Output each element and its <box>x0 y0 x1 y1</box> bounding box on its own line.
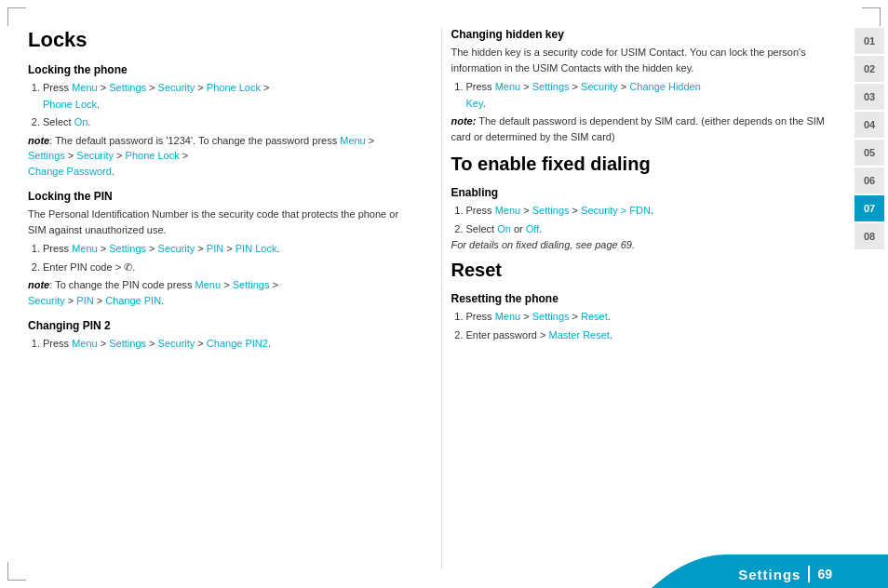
divider <box>808 566 810 582</box>
menu-link[interactable]: Menu <box>495 311 521 322</box>
fixed-dialing-title: To enable fixed dialing <box>451 154 837 175</box>
changing-hidden-key-title: Changing hidden key <box>451 28 837 41</box>
step-item: Press Menu > Settings > Security > Phone… <box>43 80 413 113</box>
corner-tr <box>862 7 881 26</box>
on-link[interactable]: On <box>497 223 511 234</box>
chapter-06[interactable]: 06 <box>854 167 884 194</box>
locking-pin-steps: Press Menu > Settings > Security > PIN >… <box>43 241 413 275</box>
chapter-05[interactable]: 05 <box>854 140 884 166</box>
step-item: Select On. <box>43 114 413 131</box>
changing-hidden-key-desc: The hidden key is a security code for US… <box>451 45 837 75</box>
page-wrapper: Locks Locking the phone Press Menu > Set… <box>0 0 888 588</box>
menu-link[interactable]: Menu <box>495 205 521 216</box>
off-link[interactable]: Off <box>526 223 539 234</box>
bottom-content: Settings 69 <box>738 566 832 582</box>
settings-link[interactable]: Settings <box>532 311 570 322</box>
content-area: Locks Locking the phone Press Menu > Set… <box>28 28 836 569</box>
right-column: Changing hidden key The hidden key is a … <box>441 28 837 569</box>
phone-lock-link[interactable]: Phone Lock <box>207 82 261 93</box>
changing-pin2-title: Changing PIN 2 <box>28 319 413 332</box>
security-link[interactable]: Security <box>76 150 114 161</box>
settings-link[interactable]: Settings <box>109 82 146 93</box>
settings-link[interactable]: Settings <box>28 150 65 161</box>
phone-lock-link2[interactable]: Phone Lock <box>43 99 97 110</box>
settings-link[interactable]: Settings <box>532 205 570 216</box>
settings-link[interactable]: Settings <box>532 81 570 92</box>
locking-pin-desc: The Personal Identification Number is th… <box>28 207 413 237</box>
reset-link[interactable]: Reset <box>581 311 608 322</box>
locking-phone-title: Locking the phone <box>28 63 413 76</box>
step-item: Press Menu > Settings > Security > Chang… <box>466 79 837 112</box>
menu-link[interactable]: Menu <box>72 82 98 93</box>
security-link[interactable]: Security <box>158 243 195 254</box>
chapter-04[interactable]: 04 <box>854 112 884 138</box>
settings-link[interactable]: Settings <box>233 279 270 290</box>
chapter-08[interactable]: 08 <box>854 223 884 249</box>
enabling-steps: Press Menu > Settings > Security > FDN. … <box>466 203 837 237</box>
change-pin-link[interactable]: Change PIN <box>105 295 161 306</box>
menu-link[interactable]: Menu <box>195 279 222 290</box>
security-change-hidden-link[interactable]: Security <box>581 81 618 92</box>
two-column-layout: Locks Locking the phone Press Menu > Set… <box>28 28 836 569</box>
change-pin2-link[interactable]: Change PIN2 <box>207 338 268 349</box>
locking-pin-title: Locking the PIN <box>28 190 413 203</box>
step-item: Press Menu > Settings > Security > FDN. <box>466 203 837 220</box>
chapter-sidebar: 01 02 03 04 05 06 07 08 <box>854 28 888 588</box>
locking-pin-note: note: To change the PIN code press Menu … <box>28 277 413 308</box>
locks-title: Locks <box>28 28 413 52</box>
chapter-01[interactable]: 01 <box>854 28 884 54</box>
locking-phone-note: note: The default password is '1234'. To… <box>28 133 413 180</box>
bottom-bar: Settings 69 <box>0 555 888 588</box>
pin-lock-link[interactable]: PIN Lock <box>235 243 277 254</box>
pin-link[interactable]: PIN <box>76 295 93 306</box>
security-fdn-link[interactable]: Security > FDN <box>581 205 651 216</box>
settings-link[interactable]: Settings <box>109 243 146 254</box>
settings-label: Settings <box>738 567 801 582</box>
changing-hidden-key-note: note: The default password is dependent … <box>451 114 837 144</box>
resetting-phone-title: Resetting the phone <box>451 292 837 305</box>
enabling-title: Enabling <box>451 186 837 199</box>
corner-tl <box>7 7 26 26</box>
locking-phone-steps: Press Menu > Settings > Security > Phone… <box>43 80 413 131</box>
reset-title: Reset <box>451 260 837 281</box>
menu-link[interactable]: Menu <box>340 135 366 146</box>
left-column: Locks Locking the phone Press Menu > Set… <box>28 28 423 569</box>
step-item: Select On or Off. <box>466 221 837 238</box>
changing-pin2-steps: Press Menu > Settings > Security > Chang… <box>43 336 413 353</box>
step-item: Press Menu > Settings > Security > PIN >… <box>43 241 413 258</box>
step-item: Enter password > Master Reset. <box>466 327 837 344</box>
step-item: Press Menu > Settings > Reset. <box>466 309 837 326</box>
on-link[interactable]: On <box>74 116 88 127</box>
fixed-dialing-note: For details on fixed dialing, see page 6… <box>451 239 837 250</box>
security-link[interactable]: Security <box>28 295 65 306</box>
security-link[interactable]: Security <box>158 82 195 93</box>
page-number: 69 <box>817 567 832 581</box>
step-item: Enter PIN code > ✆. <box>43 260 413 276</box>
changing-hidden-key-steps: Press Menu > Settings > Security > Chang… <box>466 79 837 112</box>
chapter-03[interactable]: 03 <box>854 84 884 110</box>
menu-link[interactable]: Menu <box>72 338 98 349</box>
settings-link[interactable]: Settings <box>109 338 146 349</box>
resetting-phone-steps: Press Menu > Settings > Reset. Enter pas… <box>466 309 837 343</box>
change-password-link[interactable]: Change Password <box>28 166 112 177</box>
chapter-02[interactable]: 02 <box>854 56 884 82</box>
menu-link[interactable]: Menu <box>72 243 98 254</box>
master-reset-link[interactable]: Master Reset <box>548 329 609 341</box>
security-link[interactable]: Security <box>158 338 195 349</box>
step-item: Press Menu > Settings > Security > Chang… <box>43 336 413 353</box>
pin-link[interactable]: PIN <box>207 243 223 254</box>
phone-lock-link[interactable]: Phone Lock <box>126 150 180 161</box>
chapter-07[interactable]: 07 <box>854 195 884 221</box>
menu-link[interactable]: Menu <box>495 81 521 92</box>
